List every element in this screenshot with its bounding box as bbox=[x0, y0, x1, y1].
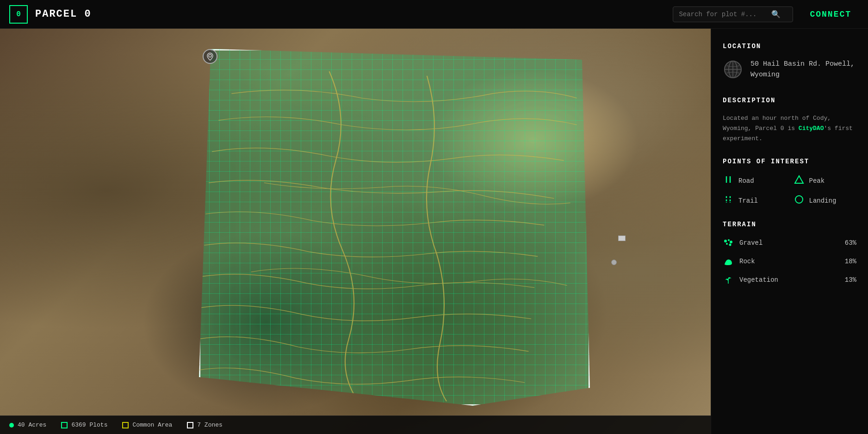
svg-point-18 bbox=[726, 243, 728, 245]
poi-road: Road bbox=[723, 174, 786, 187]
description-text: Located an hour north of Cody, Wyoming, … bbox=[723, 113, 856, 144]
location-section-title: LOCATION bbox=[723, 43, 856, 50]
road-icon bbox=[723, 174, 734, 187]
terrain-rock-row: Rock 18% bbox=[723, 256, 856, 267]
poi-road-label: Road bbox=[738, 177, 754, 185]
description-section-title: DESCRIPTION bbox=[723, 97, 856, 104]
poi-peak-label: Peak bbox=[809, 177, 825, 185]
svg-point-19 bbox=[729, 244, 732, 246]
terrain-section-title: TERRAIN bbox=[723, 221, 856, 228]
zones-icon bbox=[187, 422, 193, 428]
search-container: 🔍 bbox=[673, 6, 793, 22]
poi-trail-label: Trail bbox=[738, 197, 758, 205]
svg-marker-7 bbox=[795, 176, 803, 183]
right-panel: LOCATION 50 Hail Basin Rd. Powell, Wyomi… bbox=[711, 29, 868, 434]
svg-point-0 bbox=[209, 54, 211, 57]
trail-icon bbox=[723, 194, 734, 207]
logo-box: 0 bbox=[9, 5, 28, 24]
connect-button[interactable]: CONNECT bbox=[802, 6, 859, 23]
gravel-pct: 63% bbox=[838, 239, 856, 247]
poi-peak: Peak bbox=[794, 174, 857, 187]
zones-label: 7 Zones bbox=[197, 422, 223, 428]
contour-lines bbox=[199, 49, 590, 406]
acres-label: 40 Acres bbox=[18, 422, 46, 428]
common-area-item: Common Area bbox=[122, 422, 172, 428]
vegetation-pct: 13% bbox=[838, 276, 856, 284]
svg-point-16 bbox=[728, 239, 730, 241]
terrain-section: Gravel 63% Rock 18% bbox=[723, 237, 856, 285]
location-address: 50 Hail Basin Rd. Powell, Wyoming bbox=[750, 59, 856, 80]
bottom-bar: 40 Acres 6369 Plots Common Area 7 Zones bbox=[0, 415, 711, 434]
acres-item: 40 Acres bbox=[9, 422, 46, 428]
rock-pct: 18% bbox=[838, 258, 856, 265]
poi-section-title: POINTS OF INTEREST bbox=[723, 158, 856, 165]
poi-trail: Trail bbox=[723, 194, 786, 207]
globe-icon bbox=[723, 59, 743, 82]
location-row: 50 Hail Basin Rd. Powell, Wyoming bbox=[723, 59, 856, 82]
search-icon[interactable]: 🔍 bbox=[771, 10, 781, 19]
landing-icon bbox=[794, 194, 805, 207]
common-area-label: Common Area bbox=[132, 422, 172, 428]
header: 0 PARCEL 0 🔍 CONNECT bbox=[0, 0, 868, 29]
peak-icon bbox=[794, 174, 805, 187]
logo-number: 0 bbox=[16, 10, 21, 19]
svg-point-17 bbox=[730, 241, 732, 243]
poi-landing-label: Landing bbox=[809, 197, 837, 205]
terrain-gravel-row: Gravel 63% bbox=[723, 237, 856, 248]
page-title: PARCEL 0 bbox=[35, 8, 92, 20]
svg-point-14 bbox=[795, 196, 803, 203]
rock-label: Rock bbox=[739, 258, 832, 265]
zones-item: 7 Zones bbox=[187, 422, 223, 428]
poi-grid: Road Peak bbox=[723, 174, 856, 207]
location-pin[interactable] bbox=[203, 49, 217, 64]
terrain-vegetation-row: Vegetation 13% bbox=[723, 274, 856, 285]
plots-label: 6369 Plots bbox=[71, 422, 107, 428]
main-area: 40 Acres 6369 Plots Common Area 7 Zones … bbox=[0, 29, 868, 434]
common-area-icon bbox=[122, 422, 129, 428]
structure-building-1 bbox=[618, 236, 626, 241]
svg-point-15 bbox=[724, 240, 727, 242]
gravel-label: Gravel bbox=[739, 239, 832, 247]
gravel-icon bbox=[723, 237, 734, 248]
plots-icon bbox=[61, 422, 68, 428]
poi-landing: Landing bbox=[794, 194, 857, 207]
vegetation-label: Vegetation bbox=[739, 276, 832, 284]
plots-item: 6369 Plots bbox=[61, 422, 107, 428]
search-input[interactable] bbox=[679, 11, 771, 18]
rock-icon bbox=[723, 256, 734, 267]
vegetation-icon bbox=[723, 274, 734, 285]
map-container[interactable]: 40 Acres 6369 Plots Common Area 7 Zones bbox=[0, 29, 711, 434]
acres-dot-icon bbox=[9, 423, 14, 428]
